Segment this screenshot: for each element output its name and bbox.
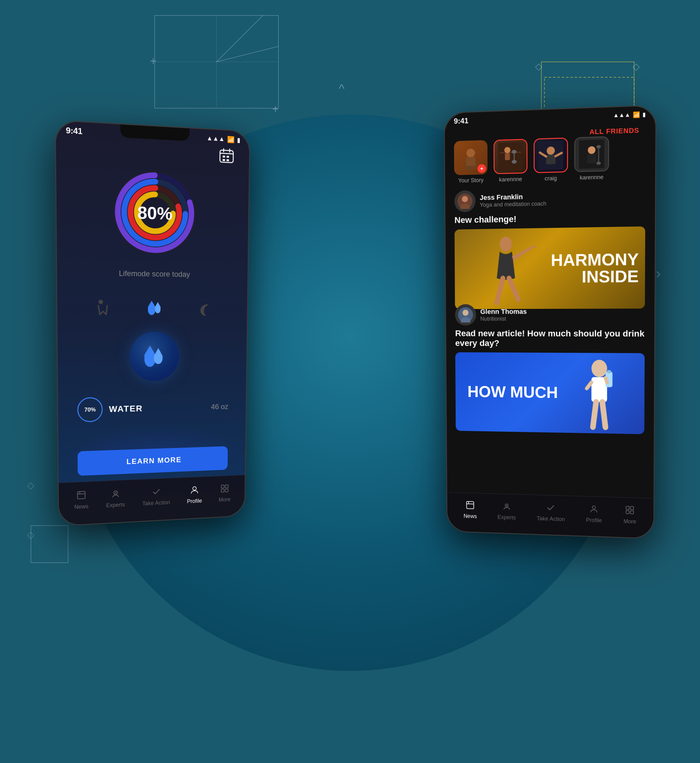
post-2-avatar [455, 304, 476, 326]
karennne-2-name: karennne [580, 174, 603, 181]
right-wifi-icon: 📶 [633, 111, 640, 119]
svg-rect-90 [626, 506, 629, 510]
all-friends-label[interactable]: ALL FRIENDS [589, 126, 639, 136]
svg-rect-92 [626, 510, 629, 513]
profile-icon [190, 485, 199, 496]
svg-rect-69 [587, 154, 596, 164]
left-status-icons: ▲▲▲ 📶 ▮ [206, 134, 241, 144]
svg-rect-83 [607, 370, 611, 373]
calendar-icon[interactable] [219, 147, 234, 167]
left-time: 9:41 [66, 125, 82, 136]
right-take-action-icon [547, 503, 555, 514]
story-item-craig[interactable]: craig [534, 137, 568, 183]
story-item-your-story[interactable]: + Your Story [454, 140, 488, 184]
nav-label-experts: Experts [106, 501, 125, 509]
svg-rect-25 [227, 156, 229, 158]
right-nav-experts[interactable]: Experts [497, 502, 516, 521]
right-nav-label-profile: Profile [586, 517, 602, 524]
activity-icon-water[interactable] [144, 297, 166, 319]
post-2-author-name: Glenn Thomas [480, 307, 527, 316]
news-icon [77, 490, 86, 502]
nav-label-news: News [74, 503, 89, 510]
right-nav-label-news: News [463, 513, 477, 520]
take-action-icon [152, 487, 161, 498]
right-nav-label-more: More [623, 518, 636, 525]
story-item-karennne-2[interactable]: karennne [574, 136, 609, 181]
nav-label-profile: Profile [187, 498, 202, 504]
water-percent-value: 70% [84, 406, 96, 413]
svg-rect-50 [221, 489, 224, 492]
more-icon [220, 484, 229, 495]
story-item-karennne-1[interactable]: karennne [494, 139, 527, 183]
svg-line-7 [217, 46, 278, 62]
post-2-author-role: Nutritionist [480, 316, 527, 322]
svg-point-76 [500, 237, 512, 252]
right-phone: 9:41 ▲▲▲ 📶 ▮ ALL FRIENDS [444, 105, 657, 539]
nav-item-more[interactable]: More [219, 484, 231, 503]
stories-row: + Your Story [454, 132, 646, 184]
svg-rect-49 [225, 485, 228, 488]
howmuch-text: HOW MUCH [467, 383, 558, 402]
activity-row [57, 297, 247, 320]
svg-rect-55 [498, 142, 523, 171]
svg-text:◇: ◇ [535, 61, 542, 72]
post-2-image[interactable]: HOW MUCH [455, 352, 645, 434]
right-nav-label-experts: Experts [497, 514, 516, 521]
svg-rect-91 [630, 506, 633, 510]
right-nav-profile[interactable]: Profile [586, 504, 602, 524]
svg-rect-93 [630, 511, 633, 514]
svg-point-37 [99, 300, 103, 304]
battery-icon: ▮ [237, 136, 241, 144]
craig-avatar [534, 137, 568, 173]
svg-rect-58 [505, 153, 510, 160]
svg-rect-64 [546, 154, 555, 164]
howmuch-image-bg: HOW MUCH [455, 352, 645, 434]
karennne-2-avatar [574, 136, 609, 172]
your-story-name: Your Story [458, 177, 483, 184]
water-percent-circle: 70% [77, 397, 103, 422]
right-time: 9:41 [454, 116, 468, 125]
right-experts-icon [502, 502, 511, 513]
right-bottom-nav: News Experts Take Action [447, 492, 654, 538]
lifemode-label: Lifemode score today [119, 269, 190, 279]
svg-line-6 [217, 16, 263, 62]
svg-rect-42 [77, 491, 85, 499]
nav-label-more: More [219, 496, 231, 503]
right-signal-icon: ▲▲▲ [613, 112, 630, 119]
signal-icon: ▲▲▲ [206, 134, 225, 143]
progress-percent: 80% [138, 202, 172, 223]
nav-item-profile[interactable]: Profile [187, 485, 202, 504]
right-more-icon [625, 506, 634, 517]
svg-rect-84 [466, 501, 473, 509]
svg-point-80 [591, 360, 607, 378]
svg-rect-24 [223, 156, 225, 158]
nav-item-take-action[interactable]: Take Action [142, 486, 170, 507]
craig-inner [534, 139, 567, 172]
post-glenn-thomas: Glenn Thomas Nutritionist Read new artic… [455, 304, 645, 434]
post-1-author: Jess Franklin Yoga and meditation coach [455, 186, 645, 212]
post-1-author-info: Jess Franklin Yoga and meditation coach [480, 192, 546, 208]
water-label: WATER [109, 402, 205, 414]
right-nav-more[interactable]: More [623, 506, 636, 525]
right-nav-take-action[interactable]: Take Action [537, 503, 565, 523]
svg-text:◇: ◇ [27, 530, 34, 540]
learn-more-button[interactable]: LEARN MORE [78, 446, 228, 476]
svg-text:+: + [150, 55, 156, 67]
svg-point-78 [462, 310, 469, 316]
right-nav-news[interactable]: News [463, 501, 477, 520]
harmony-text: HARMONY INSIDE [551, 250, 639, 285]
svg-point-47 [193, 486, 197, 490]
post-1-image[interactable]: HARMONY INSIDE [455, 226, 645, 309]
svg-line-21 [220, 153, 233, 154]
post-1-avatar [455, 190, 476, 212]
water-widget[interactable] [130, 332, 179, 381]
harmony-image-bg: HARMONY INSIDE [455, 226, 645, 309]
svg-text:^: ^ [339, 82, 345, 95]
svg-rect-15 [31, 526, 68, 563]
harmony-line-2: INSIDE [551, 268, 639, 286]
karennne-1-name: karennne [499, 176, 522, 183]
karennne-1-avatar [494, 139, 527, 174]
nav-item-experts[interactable]: Experts [106, 488, 125, 509]
svg-text:◇: ◇ [633, 61, 640, 72]
nav-item-news[interactable]: News [74, 490, 89, 510]
